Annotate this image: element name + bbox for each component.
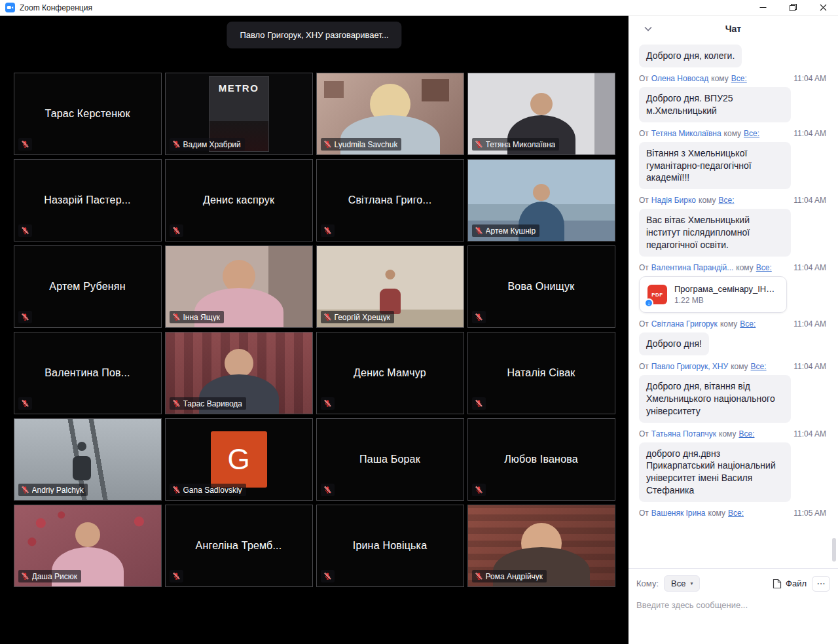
participant-name: Денис Мамчур xyxy=(317,332,464,414)
recipient-link[interactable]: Все: xyxy=(744,129,759,138)
participant-name: Артем Рубенян xyxy=(14,246,161,327)
participant-tile[interactable]: Даша Рисюк xyxy=(14,505,162,587)
participant-name: Вова Онищук xyxy=(468,246,615,327)
to-label: кому xyxy=(736,263,753,272)
participant-name: Тарас Керстенюк xyxy=(14,73,161,154)
from-label: От xyxy=(639,319,649,329)
message-time: 11:05 AM xyxy=(790,509,826,518)
zoom-window: Zoom Конференция Павло Григорук, ХНУ раз… xyxy=(0,0,838,644)
muted-mic-icon xyxy=(475,486,483,494)
participant-tile[interactable]: Денис каспрук xyxy=(165,159,313,241)
message-header: ОтВалентина Парандій...комуВсе:11:04 AM xyxy=(639,263,826,272)
chat-scrollbar[interactable] xyxy=(832,538,836,562)
recipient-value: Все xyxy=(671,579,685,588)
participant-tile[interactable]: Георгій Хрещук xyxy=(316,245,464,328)
participant-label: Георгій Хрещук xyxy=(321,311,394,323)
participant-tile[interactable]: Ірина Новіцька xyxy=(316,505,464,587)
participant-tile[interactable]: METROВадим Храбрий xyxy=(165,73,313,155)
participant-tile[interactable]: Любов Іванова xyxy=(467,418,615,501)
participant-tile[interactable]: Lyudmila Savchuk xyxy=(316,73,464,155)
muted-mic-icon xyxy=(172,226,181,235)
recipient-link[interactable]: Все: xyxy=(751,362,767,371)
sender-name[interactable]: Павло Григорук, ХНУ xyxy=(651,362,728,371)
recipient-select[interactable]: Все ▾ xyxy=(664,575,700,592)
muted-mic-icon xyxy=(172,140,181,149)
video-stage: Павло Григорук, ХНУ разговаривает... Тар… xyxy=(0,16,628,644)
muted-mic-icon xyxy=(475,313,483,321)
participant-tile[interactable]: Інна Ящук xyxy=(165,245,313,328)
avatar: G xyxy=(211,431,267,488)
participant-tile[interactable]: Тетяна Миколаївна xyxy=(467,73,615,155)
sender-name[interactable]: Тетяна Миколаївна xyxy=(651,129,721,138)
muted-mic-icon xyxy=(323,486,332,494)
sender-name[interactable]: Надія Бирко xyxy=(651,196,696,205)
participant-tile[interactable]: Паша Борак xyxy=(316,418,464,501)
participant-tile[interactable]: Назарій Пастер... xyxy=(14,159,162,241)
message-time: 11:04 AM xyxy=(790,362,826,371)
recipient-link[interactable]: Все: xyxy=(740,319,756,329)
restore-button[interactable] xyxy=(778,0,808,15)
participant-tile[interactable]: Артем Кушнір xyxy=(467,159,615,241)
participant-name: Ірина Новіцька xyxy=(317,505,464,586)
file-name: Програма_семінару_ІННО... xyxy=(674,284,778,294)
more-button[interactable]: ⋯ xyxy=(812,576,830,592)
file-button-label: Файл xyxy=(786,579,807,588)
sender-name[interactable]: Світлана Григорук xyxy=(651,319,718,329)
to-label: кому xyxy=(699,196,716,205)
participant-tile[interactable]: Артем Рубенян xyxy=(14,245,162,328)
recipient-link[interactable]: Все: xyxy=(731,74,747,83)
participant-tile[interactable]: Тарас Керстенюк xyxy=(14,73,162,155)
chevron-down-icon[interactable] xyxy=(642,24,655,34)
participant-label: Вадим Храбрий xyxy=(170,138,245,151)
message-bubble: доброго дня.двнз Прикарпатський націонал… xyxy=(639,442,791,503)
chat-input[interactable] xyxy=(636,600,830,610)
message-bubble: Вас вітає Хмельницький інститут післядип… xyxy=(639,209,791,257)
sender-name[interactable]: Валентина Парандій... xyxy=(651,263,733,272)
participant-tile[interactable]: GGana Sadlovskiy xyxy=(165,418,313,501)
participant-name: Любов Іванова xyxy=(468,419,615,500)
participant-tile[interactable]: Andriy Palchyk xyxy=(14,418,162,501)
participant-tile[interactable]: Рома Андрійчук xyxy=(467,505,615,587)
muted-mic-icon xyxy=(323,226,332,235)
recipient-link[interactable]: Все: xyxy=(718,196,734,205)
participant-name: Вадим Храбрий xyxy=(183,141,241,149)
window-title: Zoom Конференция xyxy=(20,3,92,12)
file-icon xyxy=(773,579,782,589)
participant-label xyxy=(321,397,335,410)
muted-mic-icon xyxy=(475,572,483,581)
sender-name[interactable]: Олена Новосад xyxy=(651,74,708,83)
video-grid: Тарас КерстенюкMETROВадим ХрабрийLyudmil… xyxy=(14,73,615,587)
recipient-link[interactable]: Все: xyxy=(728,509,744,518)
sender-name[interactable]: Татьяна Потапчук xyxy=(651,429,716,438)
muted-mic-icon xyxy=(172,486,181,494)
chat-compose: Кому: Все ▾ Файл ⋯ xyxy=(628,568,838,644)
participant-tile[interactable]: Тарас Варивода xyxy=(165,332,313,414)
close-button[interactable] xyxy=(808,0,838,15)
participant-label xyxy=(472,484,486,496)
participant-tile[interactable]: Наталія Сівак xyxy=(467,332,615,414)
muted-mic-icon xyxy=(323,399,332,408)
minimize-button[interactable] xyxy=(748,0,778,15)
file-attachment[interactable]: PDF↓Програма_семінару_ІННО...1.22 MB xyxy=(639,276,787,313)
participant-name: Паша Борак xyxy=(317,419,464,500)
sender-name[interactable]: Вашеняк Ірина xyxy=(651,509,706,518)
participant-tile[interactable]: Валентина Пов... xyxy=(14,332,162,414)
participant-name: Денис каспрук xyxy=(166,160,312,241)
file-size: 1.22 MB xyxy=(674,296,778,305)
speaking-notification: Павло Григорук, ХНУ разговаривает... xyxy=(227,22,401,48)
from-label: От xyxy=(639,429,649,438)
participant-label: Lyudmila Savchuk xyxy=(321,138,402,151)
participant-tile[interactable]: Світлана Григо... xyxy=(316,159,464,241)
chat-message: Доброго дня, колеги. xyxy=(639,45,826,67)
recipient-link[interactable]: Все: xyxy=(738,429,754,438)
participant-tile[interactable]: Денис Мамчур xyxy=(316,332,464,414)
message-header: ОтТатьяна ПотапчуккомуВсе:11:04 AM xyxy=(639,429,826,438)
participant-label: Даша Рисюк xyxy=(18,570,81,582)
participant-tile[interactable]: Вова Онищук xyxy=(467,245,615,328)
zoom-app-icon xyxy=(5,3,15,12)
participant-tile[interactable]: Ангеліна Тремб... xyxy=(165,505,313,587)
message-bubble: Доброго дня! xyxy=(639,332,709,355)
participant-label: Gana Sadlovskiy xyxy=(170,484,246,496)
file-button[interactable]: Файл xyxy=(773,579,807,589)
recipient-link[interactable]: Все: xyxy=(756,263,772,272)
